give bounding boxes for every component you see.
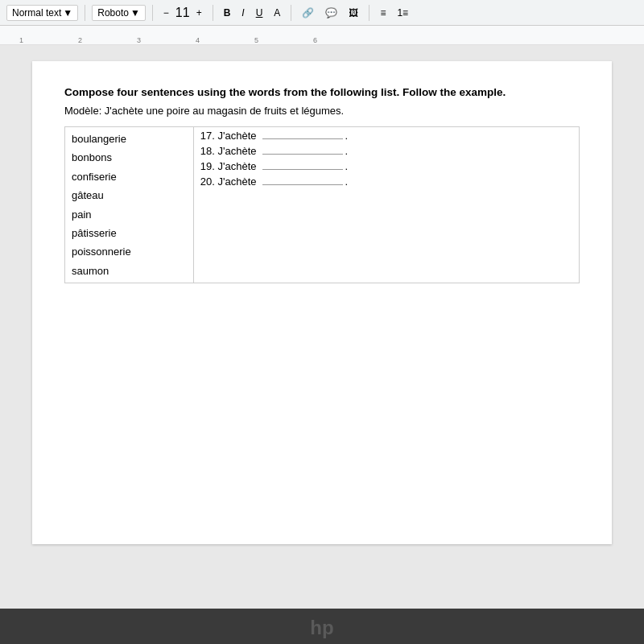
word-item-3: confiserie — [72, 167, 187, 186]
ruler-mark-3: 3 — [137, 36, 141, 44]
font-size-decrease[interactable]: − — [159, 6, 173, 20]
underline-button[interactable]: U — [252, 6, 267, 20]
sentence-row-20: 20. J'achète . — [200, 175, 572, 188]
model-text: Modèle: J'achète une poire au magasin de… — [64, 104, 580, 118]
divider-4 — [291, 5, 291, 21]
align-button[interactable]: ≡ — [376, 6, 390, 20]
link-button[interactable]: 🔗 — [298, 6, 318, 20]
image-button[interactable]: 🖼 — [345, 6, 362, 20]
style-label: Normal text — [12, 7, 61, 19]
sentence-cell: 17. J'achète . 18. J'achète . 19. J'achè… — [193, 127, 579, 283]
divider-5 — [369, 5, 369, 21]
font-chevron: ▼ — [130, 7, 140, 19]
toolbar: Normal text ▼ Roboto ▼ − 11 + B I U A 🔗 … — [0, 0, 644, 26]
sentence-row-17: 17. J'achète . — [200, 130, 572, 142]
sentence-row-19: 19. J'achète . — [200, 160, 572, 172]
ruler-mark-4: 4 — [196, 36, 200, 44]
word-item-6: pâtisserie — [72, 224, 187, 242]
table-row-main: boulangerie bonbons confiserie gâteau pa… — [65, 127, 580, 283]
word-item-8: saumon — [72, 262, 187, 280]
sentence-number-20: 20. J'achète — [200, 175, 257, 188]
instruction-text: Compose four sentences using the words f… — [64, 85, 580, 101]
comment-button[interactable]: 💬 — [321, 6, 341, 20]
sentence-period-19: . — [345, 160, 349, 172]
font-label: Roboto — [97, 7, 129, 19]
blank-18 — [262, 154, 343, 155]
word-item-7: poissonnerie — [72, 242, 187, 261]
ruler: 1 2 3 4 5 6 — [0, 26, 644, 45]
sentence-number-17: 17. J'achète — [200, 130, 257, 142]
divider-1 — [85, 5, 85, 21]
hp-logo-area: hp — [0, 609, 644, 644]
sentence-period-18: . — [345, 145, 349, 157]
sentence-number-18: 18. J'achète — [200, 145, 257, 157]
italic-button[interactable]: I — [237, 6, 248, 20]
ruler-inner: 1 2 3 4 5 6 — [11, 26, 317, 44]
blank-19 — [262, 169, 343, 170]
font-size-increase[interactable]: + — [192, 6, 206, 20]
list-number-button[interactable]: 1≡ — [393, 6, 412, 20]
font-dropdown[interactable]: Roboto ▼ — [92, 5, 146, 21]
word-item-4: gâteau — [72, 186, 187, 204]
word-item-2: bonbons — [72, 148, 187, 167]
bold-button[interactable]: B — [220, 6, 235, 20]
hp-logo: hp — [310, 617, 333, 638]
divider-2 — [152, 5, 153, 21]
sentence-number-19: 19. J'achète — [200, 160, 257, 172]
ruler-mark-2: 2 — [78, 36, 82, 44]
ruler-mark-6: 6 — [313, 36, 317, 44]
word-item-5: pain — [72, 205, 187, 224]
ruler-mark-1: 1 — [19, 36, 23, 44]
sentence-row-18: 18. J'achète . — [200, 145, 572, 157]
document-area: Compose four sentences using the words f… — [0, 45, 644, 609]
ruler-mark-5: 5 — [254, 36, 258, 44]
divider-3 — [213, 5, 213, 21]
style-chevron: ▼ — [63, 7, 72, 19]
exercise-table: boulangerie bonbons confiserie gâteau pa… — [64, 126, 580, 283]
word-item-1: boulangerie — [72, 130, 187, 148]
sentence-period-20: . — [345, 175, 349, 188]
document-page: Compose four sentences using the words f… — [32, 61, 612, 544]
font-size-area: − 11 + — [159, 6, 206, 20]
sentence-period-17: . — [345, 130, 349, 142]
font-size-value: 11 — [175, 6, 190, 20]
style-dropdown[interactable]: Normal text ▼ — [6, 5, 78, 21]
font-color-button[interactable]: A — [270, 6, 284, 20]
blank-17 — [262, 138, 343, 139]
blank-20 — [262, 184, 343, 185]
word-list-cell: boulangerie bonbons confiserie gâteau pa… — [65, 127, 194, 283]
